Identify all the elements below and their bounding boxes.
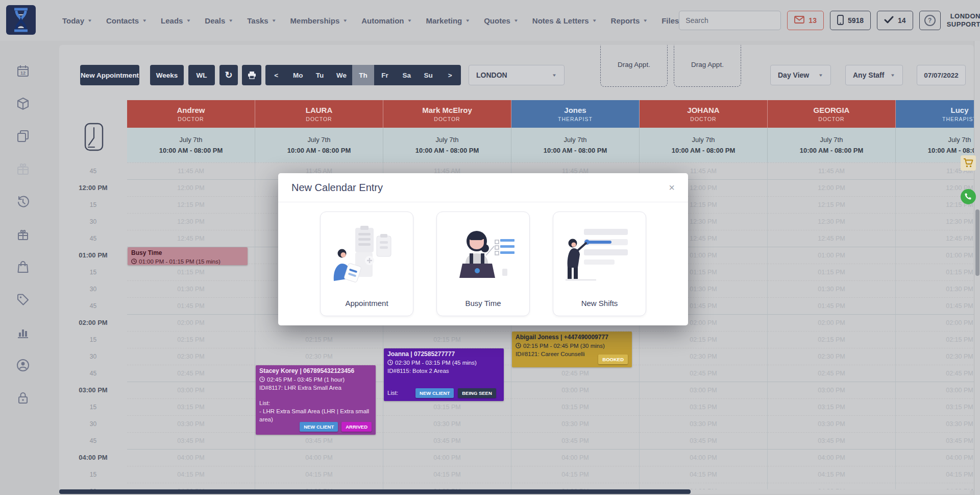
day-fr[interactable]: Fr — [374, 65, 396, 85]
help-button[interactable]: ? — [919, 11, 941, 30]
drag-appt-slot-2[interactable]: Drag Appt. — [674, 45, 741, 87]
time-slot[interactable]: 04:15 PM — [896, 466, 974, 483]
time-slot[interactable]: 12:30 PM — [127, 213, 255, 230]
time-slot[interactable]: 02:45 PM — [896, 365, 974, 382]
time-slot[interactable]: 02:30 PM — [640, 348, 768, 365]
time-slot[interactable]: 04:00 PM — [768, 449, 896, 466]
time-slot[interactable]: 04:15 PM — [511, 466, 640, 483]
nav-item-quotes[interactable]: Quotes▼ — [484, 16, 519, 25]
time-slot[interactable]: 03:30 PM — [511, 415, 640, 432]
time-slot[interactable]: 02:45 PM — [127, 365, 255, 382]
time-slot[interactable]: 01:15 PM — [127, 264, 255, 280]
close-icon[interactable]: × — [669, 182, 675, 193]
waitlist-button[interactable]: WL — [188, 65, 215, 85]
time-slot[interactable]: 03:45 PM — [640, 432, 768, 449]
nav-item-files[interactable]: Files — [662, 16, 679, 25]
package-icon[interactable] — [16, 97, 30, 110]
time-slot[interactable]: 03:15 PM — [127, 398, 255, 415]
nav-item-deals[interactable]: Deals▼ — [205, 16, 233, 25]
time-slot[interactable]: 01:45 PM — [896, 297, 974, 314]
time-slot[interactable]: 04:15 PM — [255, 466, 383, 483]
time-slot[interactable]: 02:00 PM — [127, 314, 255, 331]
time-slot[interactable]: 03:45 PM — [768, 432, 896, 449]
drag-appt-slot-1[interactable]: Drag Appt. — [600, 45, 668, 87]
time-slot[interactable]: 03:45 PM — [383, 432, 511, 449]
time-slot[interactable]: 03:00 PM — [511, 382, 640, 398]
nav-item-marketing[interactable]: Marketing▼ — [426, 16, 470, 25]
day-sa[interactable]: Sa — [396, 65, 418, 85]
nav-item-automation[interactable]: Automation▼ — [361, 16, 412, 25]
time-slot[interactable]: 04:15 PM — [383, 466, 511, 483]
time-slot[interactable]: 02:15 PM — [127, 331, 255, 348]
nav-item-memberships[interactable]: Memberships▼ — [290, 16, 348, 25]
time-slot[interactable]: 03:15 PM — [896, 398, 974, 415]
time-slot[interactable]: 03:45 PM — [511, 432, 640, 449]
tag-icon[interactable] — [16, 293, 30, 307]
day-su[interactable]: Su — [418, 65, 439, 85]
modal-option-busy-time[interactable]: Busy Time — [436, 211, 530, 316]
day-we[interactable]: We — [331, 65, 353, 85]
time-slot[interactable]: 03:45 PM — [896, 432, 974, 449]
lock-icon[interactable] — [16, 391, 30, 405]
shopping-bag-icon[interactable] — [16, 261, 30, 274]
day-th[interactable]: Th — [352, 65, 374, 85]
calendar-icon[interactable]: 12 — [16, 64, 30, 78]
time-slot[interactable]: 01:15 PM — [896, 264, 974, 280]
horizontal-scrollbar-thumb[interactable] — [59, 489, 691, 494]
time-slot[interactable]: 03:00 PM — [127, 382, 255, 398]
print-icon[interactable] — [242, 65, 261, 85]
time-slot[interactable]: 02:45 PM — [640, 365, 768, 382]
location-select[interactable]: LONDON ▼ — [469, 65, 565, 85]
time-slot[interactable]: 03:30 PM — [383, 415, 511, 432]
horizontal-scrollbar[interactable] — [59, 489, 970, 494]
time-slot[interactable]: 01:30 PM — [768, 280, 896, 297]
time-slot[interactable]: 03:15 PM — [768, 398, 896, 415]
nav-item-notes-letters[interactable]: Notes & Letters▼ — [532, 16, 597, 25]
tasks-badge-button[interactable]: 14 — [877, 11, 913, 30]
time-slot[interactable]: 02:15 PM — [768, 331, 896, 348]
app-logo-icon[interactable] — [6, 5, 36, 35]
time-slot[interactable]: 03:00 PM — [768, 382, 896, 398]
time-slot[interactable]: 12:45 PM — [768, 230, 896, 247]
time-slot[interactable]: 11:45 AM — [768, 162, 896, 179]
time-slot[interactable]: 03:30 PM — [896, 415, 974, 432]
vertical-scrollbar-thumb[interactable] — [975, 209, 979, 276]
view-select[interactable]: Day View ▼ — [770, 65, 831, 85]
time-slot[interactable]: 04:15 PM — [768, 466, 896, 483]
time-slot[interactable]: 12:30 PM — [768, 213, 896, 230]
time-slot[interactable]: 02:30 PM — [896, 348, 974, 365]
time-slot[interactable]: 01:30 PM — [896, 280, 974, 297]
time-slot[interactable]: 02:30 PM — [255, 348, 383, 365]
nav-item-leads[interactable]: Leads▼ — [161, 16, 191, 25]
time-slot[interactable]: 02:15 PM — [640, 331, 768, 348]
time-slot[interactable]: 11:45 AM — [127, 162, 255, 179]
prev-day-button[interactable]: < — [265, 65, 287, 85]
time-slot[interactable]: 02:00 PM — [896, 314, 974, 331]
appointment-block[interactable]: Joanna | 07258527777702:30 PM - 03:15 PM… — [384, 348, 504, 401]
time-slot[interactable]: 01:00 PM — [768, 247, 896, 264]
modal-option-new-shifts[interactable]: New Shifts — [553, 211, 646, 316]
time-slot[interactable]: 04:00 PM — [896, 449, 974, 466]
time-slot[interactable]: 02:15 PM — [255, 331, 383, 348]
busy-time-block[interactable]: Busy Time01:00 PM - 01:15 PM (15 mins) — [128, 247, 248, 265]
time-slot[interactable]: 04:00 PM — [511, 449, 640, 466]
cart-icon[interactable] — [961, 155, 976, 171]
chart-icon[interactable] — [16, 326, 30, 339]
time-slot[interactable]: 12:45 PM — [896, 230, 974, 247]
time-slot[interactable]: 12:15 PM — [768, 196, 896, 213]
mail-badge-button[interactable]: 13 — [787, 11, 824, 30]
time-slot[interactable]: 03:15 PM — [511, 398, 640, 415]
time-slot[interactable]: 03:30 PM — [768, 415, 896, 432]
time-slot[interactable]: 03:45 PM — [127, 432, 255, 449]
time-slot[interactable]: 01:15 PM — [768, 264, 896, 280]
copy-icon[interactable] — [16, 130, 30, 143]
call-icon[interactable] — [961, 189, 976, 204]
time-slot[interactable]: 04:15 PM — [640, 466, 768, 483]
day-tu[interactable]: Tu — [309, 65, 331, 85]
gift-icon[interactable] — [16, 228, 30, 241]
time-slot[interactable]: 12:15 PM — [127, 196, 255, 213]
time-slot[interactable]: 01:00 PM — [896, 247, 974, 264]
time-slot[interactable]: 01:45 PM — [127, 297, 255, 314]
time-slot[interactable]: 02:45 PM — [768, 365, 896, 382]
time-slot[interactable]: 04:00 PM — [255, 449, 383, 466]
